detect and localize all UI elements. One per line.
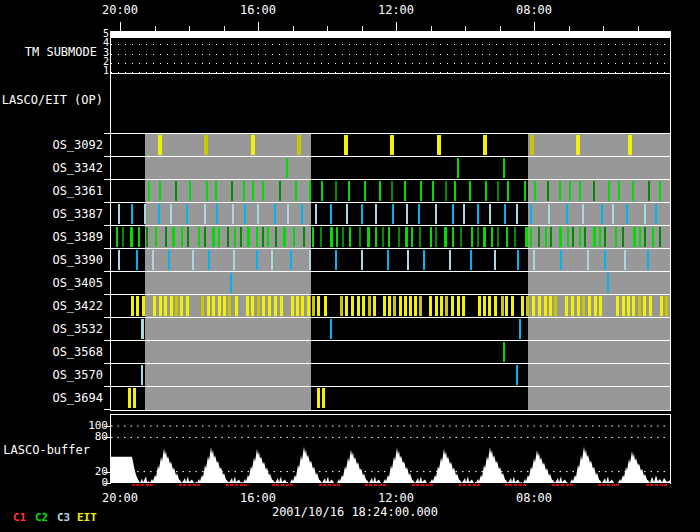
event-tick xyxy=(234,227,236,247)
event-tick xyxy=(309,250,311,270)
c1-activity-dash xyxy=(333,484,336,486)
lasco-buffer-label: LASCO-buffer xyxy=(0,444,90,457)
c1-activity-dash xyxy=(566,484,569,486)
event-tick xyxy=(320,227,322,247)
row-boundary-tick xyxy=(104,225,110,226)
event-tick xyxy=(118,204,120,224)
row-boundary-tick xyxy=(104,248,110,249)
event-tick xyxy=(420,181,422,201)
c1-activity-dash xyxy=(193,484,196,486)
event-tick xyxy=(449,250,451,270)
c1-activity-dash xyxy=(660,484,663,486)
row-boundary-tick xyxy=(104,340,110,341)
event-tick xyxy=(367,227,370,247)
event-tick xyxy=(293,227,295,247)
event-tick xyxy=(204,135,208,155)
c1-activity-dash xyxy=(197,484,200,486)
event-tick xyxy=(534,181,536,201)
event-tick xyxy=(131,204,133,224)
event-tick xyxy=(469,181,471,201)
event-tick xyxy=(503,158,505,178)
time-label-top: 16:00 xyxy=(233,3,283,17)
event-tick xyxy=(569,181,571,201)
event-tick xyxy=(457,296,460,316)
event-tick xyxy=(505,296,508,316)
event-tick xyxy=(608,181,610,201)
event-tick xyxy=(547,181,549,201)
row-boundary-tick xyxy=(104,271,110,272)
event-tick xyxy=(405,227,408,247)
event-tick xyxy=(497,227,499,247)
time-label-top: 20:00 xyxy=(95,3,145,17)
time-label-bottom: 16:00 xyxy=(233,491,283,505)
buffer-y-tick xyxy=(104,483,110,484)
event-tick xyxy=(507,181,509,201)
c1-activity-dash xyxy=(276,484,279,486)
event-tick xyxy=(206,181,208,201)
event-tick xyxy=(627,296,630,316)
event-tick xyxy=(544,296,547,316)
time-label-bottom: 20:00 xyxy=(95,491,145,505)
event-tick xyxy=(494,296,497,316)
event-tick xyxy=(497,181,499,201)
event-tick xyxy=(660,296,663,316)
event-tick xyxy=(665,296,668,316)
event-tick xyxy=(330,319,332,339)
event-tick xyxy=(246,296,249,316)
event-tick xyxy=(477,204,479,224)
row-boundary-tick xyxy=(104,294,110,295)
c1-activity-dash xyxy=(383,484,386,486)
os-row xyxy=(111,180,670,203)
c1-activity-dash xyxy=(183,484,186,486)
event-tick xyxy=(291,296,294,316)
event-tick xyxy=(511,296,514,316)
event-tick xyxy=(257,296,260,316)
c1-activity-dash xyxy=(468,484,471,486)
event-tick xyxy=(411,227,413,247)
event-tick xyxy=(158,135,162,155)
c1-activity-dash xyxy=(328,484,331,486)
row-boundary-tick xyxy=(104,363,110,364)
event-tick xyxy=(262,181,264,201)
event-tick xyxy=(463,204,465,224)
row-boundary-tick xyxy=(104,386,110,387)
event-tick xyxy=(297,135,301,155)
os-row xyxy=(111,203,670,226)
event-tick xyxy=(204,227,206,247)
event-tick xyxy=(340,296,343,316)
c1-activity-dash xyxy=(421,484,424,486)
event-tick xyxy=(626,204,628,224)
event-tick xyxy=(582,204,584,224)
event-tick xyxy=(357,296,360,316)
c1-activity-dash xyxy=(272,484,275,486)
event-tick xyxy=(208,250,210,270)
event-tick xyxy=(632,296,635,316)
c1-activity-dash xyxy=(505,484,508,486)
buffer-y-tick xyxy=(104,472,110,473)
event-tick xyxy=(243,181,245,201)
event-tick xyxy=(530,227,532,247)
row-boundary-tick xyxy=(104,202,110,203)
event-tick xyxy=(616,296,619,316)
os-row-label: OS_3361 xyxy=(0,185,103,198)
event-tick xyxy=(444,227,447,247)
event-tick xyxy=(460,227,462,247)
event-tick xyxy=(571,296,574,316)
event-tick xyxy=(275,227,277,247)
event-tick xyxy=(559,227,562,247)
os-row-label: OS_3694 xyxy=(0,392,103,405)
event-tick xyxy=(286,158,288,178)
row-boundary-tick xyxy=(104,409,110,410)
event-tick xyxy=(526,296,529,316)
event-tick xyxy=(599,296,602,316)
event-tick xyxy=(230,273,232,293)
c1-activity-dash xyxy=(463,484,466,486)
event-tick xyxy=(471,227,473,247)
event-tick xyxy=(141,319,144,339)
row-boundary-tick xyxy=(104,133,110,134)
event-tick xyxy=(231,181,233,201)
event-tick xyxy=(186,296,189,316)
event-tick xyxy=(280,296,283,316)
event-tick xyxy=(550,227,552,247)
event-tick xyxy=(530,204,532,224)
